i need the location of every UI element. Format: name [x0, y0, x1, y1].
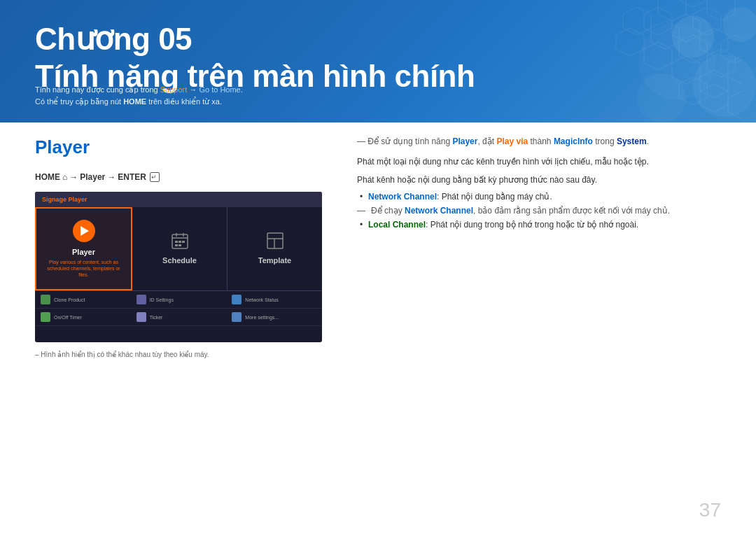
- svg-marker-13: [700, 70, 728, 98]
- player-item-schedule[interactable]: Schedule: [132, 207, 227, 290]
- player-item-player[interactable]: Player Play various of content, such as …: [35, 207, 132, 290]
- network-icon: [232, 295, 241, 304]
- network-label: Network Status: [245, 297, 278, 302]
- player-screenshot: Signage Player Player Play various of co…: [35, 192, 322, 342]
- nav-home: HOME: [35, 172, 60, 182]
- note2-suffix: trên điều khiển từ xa.: [146, 97, 222, 106]
- header-note: Tính năng này được cung cấp trong Suppor…: [35, 84, 243, 108]
- note1-link2: Go to Home: [199, 85, 240, 94]
- svg-marker-8: [728, 56, 742, 84]
- home-nav: HOME ⌂ → Player → ENTER: [35, 172, 329, 182]
- intro-player: Player: [452, 136, 477, 146]
- more-label: More settings...: [245, 315, 279, 320]
- right-column: Để sử dụng tính năng Player, đặt Play vi…: [357, 136, 721, 506]
- player-item-label-template: Template: [258, 256, 291, 265]
- svg-marker-10: [679, 35, 707, 63]
- nav-player: Player: [80, 172, 105, 182]
- svg-marker-3: [658, 0, 686, 21]
- id-icon: [136, 295, 146, 304]
- ticker-label: Ticker: [150, 315, 163, 320]
- network-sub-suffix: , bảo đảm rằng sản phẩm được kết nối với…: [473, 206, 670, 216]
- svg-marker-1: [679, 0, 707, 7]
- note1-link1: Support: [160, 85, 188, 94]
- local-channel-label: Local Channel: [368, 220, 426, 230]
- player-triangle: [80, 226, 89, 236]
- intro-dash-text: Để sử dụng tính năng: [368, 136, 452, 146]
- player-titlebar-text: Signage Player: [42, 196, 88, 203]
- player-item-label-schedule: Schedule: [162, 256, 197, 265]
- svg-marker-7: [644, 7, 672, 35]
- svg-marker-2: [693, 7, 721, 35]
- left-column: Player HOME ⌂ → Player → ENTER Signage P…: [35, 136, 329, 506]
- svg-rect-28: [178, 244, 181, 246]
- intro-mid2: thành: [528, 136, 554, 146]
- section-title: Player: [35, 136, 329, 158]
- svg-marker-5: [700, 28, 728, 56]
- chapter-num: Chương 05: [35, 21, 475, 58]
- svg-marker-11: [651, 21, 679, 49]
- header-decoration: [441, 0, 742, 122]
- player-bottom-col3: Network Status More settings...: [226, 291, 322, 326]
- player-bottom-clone[interactable]: Clone Product: [35, 291, 131, 309]
- schedule-icon: [170, 231, 190, 251]
- svg-marker-19: [679, 77, 707, 105]
- svg-rect-25: [178, 241, 181, 243]
- svg-marker-0: [707, 0, 735, 21]
- network-channel-text: : Phát nội dung bằng máy chủ.: [437, 192, 552, 202]
- note1-prefix: Tính năng này được cung cấp trong: [35, 85, 160, 94]
- screenshot-note: – Hình ảnh hiển thị có thể khác nhau tùy…: [35, 351, 329, 358]
- line3: Phát kênh hoặc nội dung bằng bất kỳ phươ…: [357, 173, 721, 187]
- clone-icon: [41, 295, 50, 304]
- svg-marker-4: [721, 35, 742, 63]
- player-bottom-grid: Clone Product On/Off Timer ID Settings T…: [35, 291, 322, 326]
- ontime-label: On/Off Timer: [54, 315, 82, 320]
- ticker-icon: [136, 312, 146, 322]
- enter-icon: [150, 172, 160, 182]
- svg-rect-24: [175, 241, 178, 243]
- note1-suffix: .: [241, 85, 243, 94]
- svg-marker-9: [707, 49, 735, 77]
- note1-arrow: →: [187, 85, 199, 94]
- network-sub-item: Để chạy Network Channel, bảo đảm rằng sả…: [357, 206, 721, 216]
- id-label: ID Settings: [150, 297, 174, 302]
- svg-rect-26: [182, 241, 185, 243]
- intro-mid3: trong: [593, 136, 617, 146]
- player-bottom-ontime[interactable]: On/Off Timer: [35, 309, 131, 326]
- intro-line: Để sử dụng tính năng Player, đặt Play vi…: [357, 136, 721, 146]
- intro-mid1: , đặt: [477, 136, 496, 146]
- network-channel-label: Network Channel: [368, 192, 437, 202]
- player-main-area: Player Play various of content, such as …: [35, 207, 322, 291]
- ontime-icon: [41, 312, 50, 322]
- note2-prefix: Có thể truy cập bằng nút: [35, 97, 123, 106]
- svg-marker-15: [644, 42, 672, 70]
- more-icon: [232, 312, 241, 322]
- svg-marker-14: [672, 56, 700, 84]
- intro-end: .: [647, 136, 649, 146]
- player-bottom-more[interactable]: More settings...: [226, 309, 322, 326]
- player-item-desc-player: Play various of content, such as schedul…: [42, 259, 125, 278]
- note2-bold: HOME: [123, 97, 146, 106]
- clone-label: Clone Product: [54, 297, 85, 302]
- network-sub-prefix: Để chạy: [371, 206, 405, 216]
- player-bottom-col2: ID Settings Ticker: [131, 291, 227, 326]
- player-bottom-id[interactable]: ID Settings: [131, 291, 227, 309]
- page-number: 37: [699, 499, 721, 521]
- player-bottom-network[interactable]: Network Status: [226, 291, 322, 309]
- player-titlebar: Signage Player: [35, 192, 322, 207]
- player-item-template[interactable]: Template: [227, 207, 322, 290]
- svg-rect-29: [267, 233, 283, 248]
- svg-rect-27: [175, 244, 178, 246]
- local-channel-text: : Phát nội dung trong bộ nhớ trong hoặc …: [426, 220, 638, 230]
- intro-system: System: [617, 136, 647, 146]
- nav-arrow2: →: [107, 172, 115, 182]
- network-sub-bold: Network Channel: [405, 206, 473, 216]
- network-channel-item: Network Channel: Phát nội dung bằng máy …: [357, 192, 721, 202]
- local-channel-item: Local Channel: Phát nội dung trong bộ nh…: [357, 220, 721, 230]
- line2: Phát một loại nội dung như các kênh truy…: [357, 155, 721, 169]
- intro-play-via: Play via: [496, 136, 528, 146]
- header-banner: Chương 05 Tính năng trên màn hình chính …: [0, 0, 756, 122]
- template-icon: [265, 231, 285, 251]
- header-pattern: [441, 0, 756, 122]
- nav-enter: ENTER: [118, 172, 146, 182]
- player-bottom-ticker[interactable]: Ticker: [131, 309, 227, 326]
